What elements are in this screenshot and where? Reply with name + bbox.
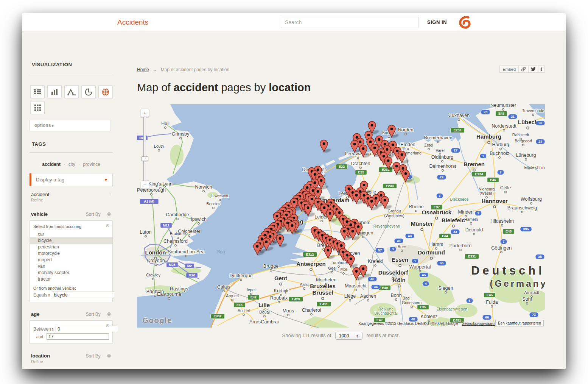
map-city-dot: [502, 109, 504, 111]
svg-text:3: 3: [392, 247, 394, 251]
twitter-icon[interactable]: [528, 66, 538, 73]
close-icon[interactable]: ⊗: [106, 323, 110, 328]
stepper-icon[interactable]: ▴▾: [52, 327, 54, 331]
map-city-label: Detmold: [465, 227, 483, 233]
map-city-dot: [525, 159, 527, 161]
map-city-label: Osnabrück: [422, 209, 452, 215]
tag-link-accident[interactable]: accident: [42, 162, 61, 167]
map-city-dot: [521, 211, 523, 213]
refine-link[interactable]: Refine: [30, 359, 113, 364]
map-globe-icon[interactable]: [98, 85, 113, 98]
svg-text:38: 38: [538, 255, 542, 259]
link-icon[interactable]: [518, 66, 529, 73]
country-label-germany: (Germany): [490, 278, 545, 289]
svg-text:E45: E45: [487, 293, 493, 297]
svg-text:33: 33: [453, 230, 457, 234]
refine-link[interactable]: Refine: [30, 198, 113, 202]
map-city-dot: [505, 191, 507, 193]
map-city-label: Chelmsford: [163, 239, 188, 244]
zoom-slider-handle[interactable]: −: [142, 156, 148, 161]
map-city-dot: [175, 245, 177, 247]
table-icon[interactable]: [30, 85, 45, 98]
vehicle-options-list: carbicyclepedestrianmotorcyclemopedvanmo…: [30, 231, 112, 283]
map-city-label: Croydon: [147, 258, 165, 263]
svg-text:E15: E15: [236, 303, 243, 307]
svg-text:395: 395: [523, 227, 529, 231]
between-operator[interactable]: Between: [33, 326, 51, 332]
map-city-label: Siegen: [439, 286, 453, 291]
vehicle-option-van[interactable]: van: [30, 263, 112, 270]
facebook-icon[interactable]: f: [538, 66, 545, 73]
zoom-in-button[interactable]: +: [141, 109, 149, 117]
svg-text:E233: E233: [386, 184, 394, 188]
map-city-label: Lübeck: [518, 119, 538, 125]
vehicle-option-moped[interactable]: moped: [30, 257, 112, 263]
stepper-icon[interactable]: ▴▾: [48, 293, 50, 297]
app-title[interactable]: Accidents: [117, 18, 148, 27]
remove-filter-icon[interactable]: ⊗: [107, 311, 111, 317]
terms-link[interactable]: Gebruiksvoorwaarden: [462, 322, 499, 326]
map-city-dot: [223, 290, 225, 292]
svg-text:31: 31: [397, 239, 401, 243]
vehicle-option-mobility-scooter[interactable]: mobility scooter: [30, 270, 112, 276]
map-city-label: Hamburg: [476, 133, 501, 140]
svg-text:E45: E45: [498, 112, 504, 116]
map-city-label: Arnstadt: [524, 290, 539, 295]
vehicle-option-motorcycle[interactable]: motorcycle: [30, 250, 112, 257]
search-input[interactable]: [281, 17, 419, 28]
results-bar: Showing 111 results of 1000 ▴▾ results a…: [137, 332, 545, 340]
results-count: 111: [302, 332, 310, 338]
map-canvas[interactable]: HullGrimsbyLouthKing's LynnPeterboroughN…: [137, 104, 545, 328]
tag-link-province[interactable]: province: [83, 162, 100, 167]
map-city-label: Bleckriede: [450, 197, 468, 201]
vehicle-equals-input[interactable]: [52, 292, 114, 298]
vehicle-option-pedestrian[interactable]: pedestrian: [30, 244, 112, 250]
map-city-dot: [442, 161, 443, 162]
pie-chart-icon[interactable]: [81, 85, 96, 98]
remove-filter-icon[interactable]: ⊗: [107, 211, 111, 217]
map-city-dot: [188, 235, 190, 237]
vehicle-option-car[interactable]: car: [30, 231, 112, 237]
vehicle-option-tractor[interactable]: tractor: [30, 276, 112, 283]
breadcrumb-home-link[interactable]: Home: [137, 67, 149, 72]
report-map-error-button[interactable]: Een kaartfout rapporteren: [495, 320, 544, 326]
country-label-deutschland: Deutschland: [471, 264, 545, 277]
map-city-label: Arras: [249, 319, 261, 325]
map-city-dot: [458, 119, 460, 121]
sidebar: VISUALIZATION: [30, 62, 113, 364]
results-page-size-select[interactable]: 1000 ▴▾: [335, 332, 362, 340]
age-to-input[interactable]: [47, 333, 109, 340]
vehicle-sort-by[interactable]: Sort By: [86, 212, 100, 217]
embed-button[interactable]: Embed: [499, 66, 519, 73]
zoom-out-button[interactable]: −: [141, 181, 149, 189]
tag-link-city[interactable]: city: [68, 162, 75, 167]
age-sort-by[interactable]: Sort By: [86, 312, 100, 317]
map-city-dot: [288, 314, 289, 316]
remove-filter-icon[interactable]: ⊗: [107, 353, 111, 359]
map-city-label: Crawley: [146, 273, 161, 277]
map-city-dot: [264, 315, 266, 317]
vehicle-option-bicycle[interactable]: bicycle: [30, 237, 112, 244]
line-chart-icon[interactable]: [64, 85, 79, 98]
collapse-arrow-icon[interactable]: ↑: [109, 192, 112, 197]
map-city-label: Buer: [398, 244, 406, 249]
close-icon[interactable]: ⊗: [106, 223, 110, 228]
display-tag-dropdown[interactable]: Display a tag ▼: [30, 173, 113, 186]
svg-text:57: 57: [378, 248, 382, 252]
location-sort-by[interactable]: Sort By: [86, 353, 100, 359]
silk-logo-icon[interactable]: [458, 16, 471, 29]
zoom-slider-track[interactable]: [143, 117, 146, 181]
map-city-dot: [154, 295, 156, 297]
sign-in-button[interactable]: SIGN IN: [427, 19, 447, 25]
map-city-label: Travemünde: [522, 108, 544, 113]
options-button[interactable]: options ▸: [30, 120, 111, 131]
svg-text:1: 1: [439, 194, 440, 198]
grid-icon[interactable]: [30, 101, 45, 114]
bar-chart-icon[interactable]: [47, 85, 62, 98]
equals-operator[interactable]: Equals: [33, 292, 47, 298]
svg-text:M20: M20: [188, 273, 195, 277]
map-city-dot: [436, 248, 437, 250]
chevron-down-icon: ▼: [104, 177, 108, 183]
map-city-label: Charleroi: [302, 308, 321, 313]
vehicle-filter-panel: ⊗ Select from most occuring carbicyclepe…: [30, 220, 113, 302]
